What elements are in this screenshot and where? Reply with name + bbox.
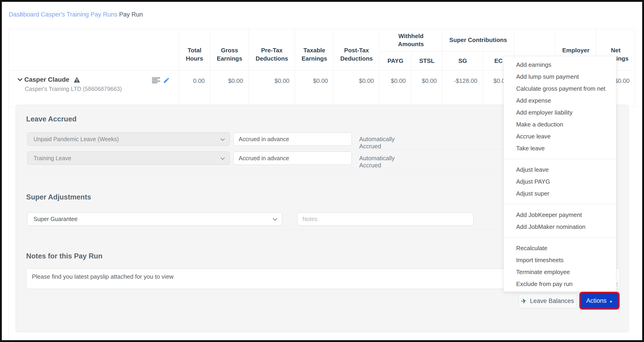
cell-gross-earnings: $0.00 <box>210 70 249 107</box>
breadcrumb-link-business[interactable]: Casper's Training <box>41 11 89 18</box>
menu-item-accrue-leave[interactable]: Accrue leave <box>504 130 616 142</box>
chevron-down-icon[interactable] <box>18 78 22 81</box>
menu-item-add-employer-liability[interactable]: Add employer liability <box>504 106 616 118</box>
super-type-select[interactable]: Super Guarantee <box>27 212 282 226</box>
col-post-tax-deductions: Post-Tax Deductions <box>334 29 380 70</box>
menu-item-adjust-payg[interactable]: Adjust PAYG <box>504 176 616 188</box>
cell-taxable-earnings: $0.00 <box>295 70 334 107</box>
menu-item-calculate-gross-from-net[interactable]: Calculate gross payment from net <box>504 83 616 94</box>
leave-type-value: Training Leave <box>34 155 71 162</box>
col-group-super-contributions: Super Contributions <box>442 29 514 52</box>
col-group-withheld-amounts: Withheld Amounts <box>380 29 442 52</box>
col-taxable-earnings: Taxable Earnings <box>295 29 334 70</box>
menu-item-add-jobmaker-nomination[interactable]: Add JobMaker nomination <box>504 221 616 233</box>
cell-sg: -$128.00 <box>442 70 483 107</box>
menu-item-adjust-leave[interactable]: Adjust leave <box>504 164 616 176</box>
col-gross-earnings: Gross Earnings <box>210 29 249 70</box>
leave-type-select[interactable]: Training Leave <box>27 152 230 165</box>
employee-company: Casper's Training LTD (58606879663) <box>25 86 170 92</box>
menu-item-add-lump-sum-payment[interactable]: Add lump sum payment <box>504 71 616 83</box>
breadcrumb-separator: / <box>21 11 131 11</box>
chevron-down-icon <box>220 157 225 160</box>
breadcrumb-link-pay-runs[interactable]: Pay Runs <box>90 11 117 18</box>
cell-pre-tax-deductions: $0.00 <box>249 70 295 107</box>
super-adjustments-title: Super Adjustments <box>26 193 91 201</box>
col-pre-tax-deductions: Pre-Tax Deductions <box>249 29 295 70</box>
menu-item-make-a-deduction[interactable]: Make a deduction <box>504 118 616 130</box>
menu-divider <box>504 159 616 159</box>
menu-item-exclude-from-pay-run[interactable]: Exclude from pay run <box>504 278 616 290</box>
cell-total-hours: 0.00 <box>179 70 210 107</box>
employee-name: Casper Claude <box>24 76 69 83</box>
col-payg: PAYG <box>380 52 412 70</box>
leave-balances-label: Leave Balances <box>530 298 574 304</box>
leave-accrual-status: Automatically Accrued <box>359 155 395 169</box>
employee-cell[interactable]: Casper Claude Casper's Training LTD (586… <box>9 70 179 107</box>
payslip-notes-icon[interactable] <box>152 77 160 83</box>
leave-accrual-status: Automatically Accrued <box>359 136 395 150</box>
menu-item-add-earnings[interactable]: Add earnings <box>504 59 616 71</box>
actions-label: Actions <box>586 297 606 304</box>
employee-column-header <box>9 29 179 70</box>
col-sg: SG <box>442 52 483 70</box>
col-stsl: STSL <box>412 52 442 70</box>
col-total-hours: Total Hours <box>179 29 210 70</box>
caret-up-icon: ▲ <box>609 299 613 303</box>
menu-item-take-leave[interactable]: Take leave <box>504 142 616 154</box>
super-notes-input[interactable] <box>297 212 474 226</box>
chevron-down-icon <box>220 138 225 141</box>
breadcrumb-current: Pay Run <box>119 11 143 18</box>
withheld-amounts-label: Withheld Amounts <box>393 32 430 48</box>
edit-pencil-icon[interactable] <box>163 77 170 84</box>
warning-icon <box>74 77 80 83</box>
menu-item-import-timesheets[interactable]: Import timesheets <box>504 254 616 266</box>
menu-item-add-expense[interactable]: Add expense <box>504 94 616 106</box>
menu-item-add-jobkeeper-payment[interactable]: Add JobKeeper payment <box>504 209 616 221</box>
breadcrumb-link-dashboard[interactable]: Dashboard <box>9 11 39 18</box>
menu-divider <box>504 237 616 238</box>
cell-stsl: $0.00 <box>412 70 442 107</box>
cell-payg: $0.00 <box>380 70 412 107</box>
leave-balances-button[interactable]: ✈ Leave Balances <box>518 294 576 308</box>
leave-type-select[interactable]: Unpaid Pandemic Leave (Weeks) <box>27 132 230 146</box>
plane-icon: ✈ <box>520 296 528 305</box>
pay-run-notes-title: Notes for this Pay Run <box>26 252 102 260</box>
leave-accrual-input[interactable] <box>234 152 352 165</box>
super-type-value: Super Guarantee <box>34 216 78 222</box>
menu-item-adjust-super[interactable]: Adjust super <box>504 188 616 200</box>
super-contributions-label: Super Contributions <box>450 36 507 44</box>
menu-divider <box>504 204 616 204</box>
leave-accrual-input[interactable] <box>234 132 352 146</box>
menu-item-recalculate[interactable]: Recalculate <box>504 242 616 254</box>
leave-accrued-title: Leave Accrued <box>26 115 76 123</box>
chevron-down-icon <box>273 218 277 221</box>
leave-type-value: Unpaid Pandemic Leave (Weeks) <box>34 136 119 142</box>
cell-post-tax-deductions: $0.00 <box>334 70 380 107</box>
menu-item-terminate-employee[interactable]: Terminate employee <box>504 266 616 278</box>
breadcrumb: Dashboard / Casper's Training / Pay Runs… <box>9 11 143 18</box>
actions-menu: Add earnings Add lump sum payment Calcul… <box>504 56 616 292</box>
actions-button[interactable]: Actions ▲ <box>581 293 618 308</box>
